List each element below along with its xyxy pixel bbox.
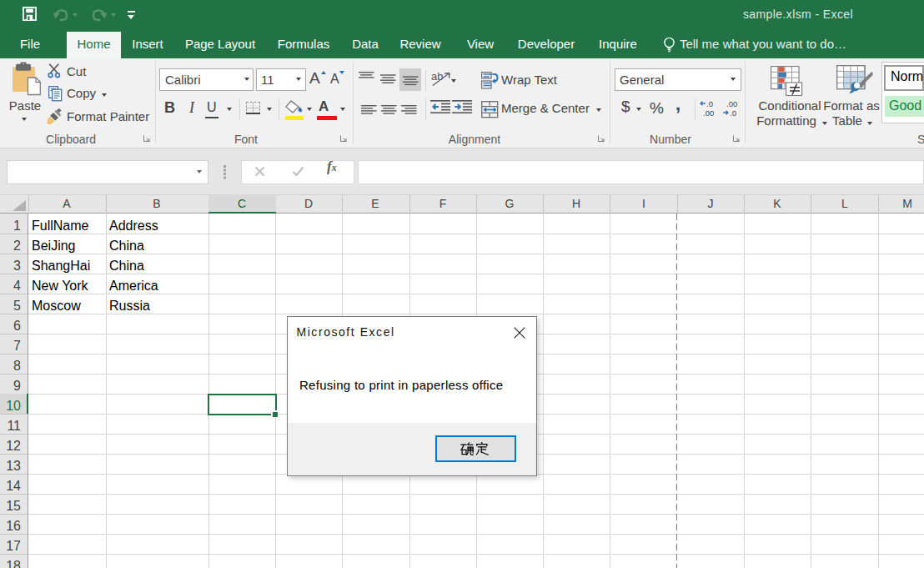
svg-text:.00: .00 [726, 99, 737, 108]
svg-text:.00: .00 [703, 108, 714, 118]
svg-text:.0: .0 [706, 99, 713, 108]
svg-text:.0: .0 [730, 108, 736, 118]
svg-text:ab: ab [431, 70, 443, 83]
